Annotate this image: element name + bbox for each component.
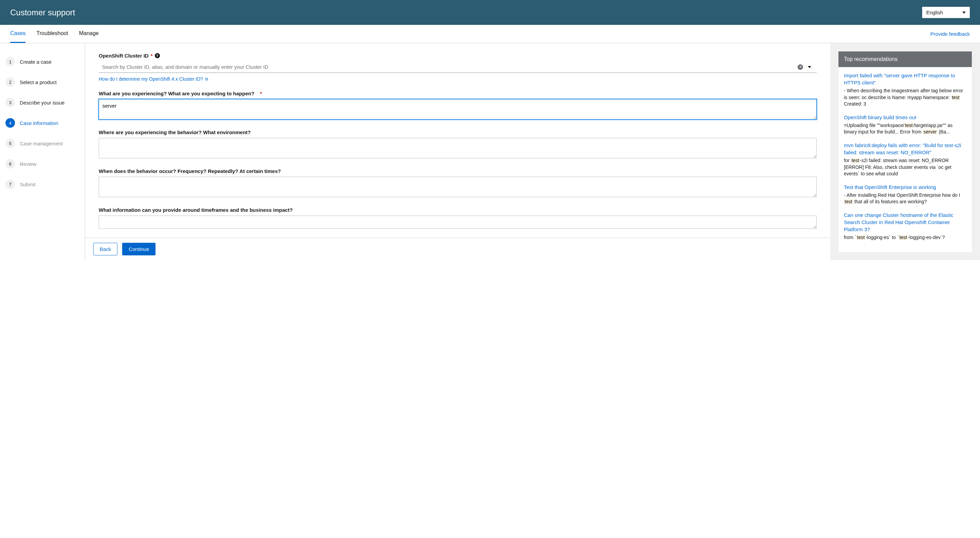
step-review: 6 Review [5,153,79,174]
chevron-down-icon[interactable] [808,66,811,68]
recommendation-snippet: for test-s2i failed: stream was reset: N… [844,157,966,177]
page-title: Customer support [10,8,75,18]
step-label: Case management [20,140,63,147]
step-label: Submit [20,182,36,187]
step-number: 5 [5,139,15,148]
clear-icon[interactable]: ✕ [798,64,803,70]
when-label: When does the behavior occur? Frequency?… [99,168,817,174]
tab-cases[interactable]: Cases [10,25,25,43]
step-label: Case information [20,120,58,126]
tabs-bar: Cases Troubleshoot Manage Provide feedba… [0,25,980,43]
cluster-label: OpenShift Cluster ID * ? [99,53,817,59]
language-selector[interactable]: English [922,7,970,18]
tab-manage[interactable]: Manage [79,25,99,43]
experiencing-field: What are you experiencing? What are you … [99,91,817,121]
feedback-link[interactable]: Provide feedback [930,31,970,37]
experiencing-label: What are you experiencing? What are you … [99,91,817,96]
back-button[interactable]: Back [93,243,118,255]
tabs-list: Cases Troubleshoot Manage [10,25,99,43]
step-number: 7 [5,179,15,189]
cluster-combobox[interactable]: ✕ [99,61,817,73]
recommendation-snippet: - After installing Red Hat OpenShift Ent… [844,192,966,205]
chevron-down-icon [962,11,966,14]
where-field: Where are you experiencing the behavior?… [99,129,817,160]
step-describe[interactable]: 3 Describe your issue [5,92,79,113]
step-management: 5 Case management [5,133,79,153]
recommendation-title[interactable]: mvn fabric8:deploy fails with error: "Bu… [844,142,966,156]
language-label: English [926,10,943,15]
step-create[interactable]: 1 Create a case [5,51,79,72]
recommendation-item: OpenShift binary build times out=Uploadi… [844,114,966,136]
recommendation-item: Test that OpenShift Enterprise is workin… [844,184,966,205]
recommendations-panel: Top recommendations Import failed with "… [830,43,980,260]
recommendations-list: Import failed with "server gave HTTP res… [838,67,972,252]
footer-buttons: Back Continue [85,238,830,260]
recommendation-snippet: - When describing the imagestream after … [844,88,966,108]
recommendation-item: Can one change Cluster hostname of the E… [844,211,966,241]
cluster-field: OpenShift Cluster ID * ? ✕ How do I dete… [99,53,817,82]
wizard-sidebar: 1 Create a case 2 Select a product 3 Des… [0,43,85,260]
step-label: Create a case [20,59,51,65]
step-case-info[interactable]: 4 Case information [5,113,79,133]
step-label: Review [20,161,37,167]
recommendation-title[interactable]: Import failed with "server gave HTTP res… [844,72,966,86]
where-label: Where are you experiencing the behavior?… [99,129,817,135]
step-number: 4 [5,118,15,128]
label-text: OpenShift Cluster ID [99,53,149,59]
step-submit: 7 Submit [5,174,79,195]
recommendation-snippet: =Uploading file ""workspace/test/target/… [844,122,966,136]
form-main: OpenShift Cluster ID * ? ✕ How do I dete… [85,43,830,260]
timeframe-textarea[interactable] [99,216,817,229]
recommendation-item: mvn fabric8:deploy fails with error: "Bu… [844,142,966,177]
cluster-input[interactable] [102,64,795,70]
step-product[interactable]: 2 Select a product [5,72,79,92]
recommendations-header: Top recommendations [838,51,972,67]
recommendation-item: Import failed with "server gave HTTP res… [844,72,966,108]
timeframe-field: What information can you provide around … [99,207,817,230]
experiencing-textarea[interactable] [99,99,817,120]
where-textarea[interactable] [99,138,817,158]
required-star: * [260,91,262,96]
recommendation-title[interactable]: Can one change Cluster hostname of the E… [844,211,966,233]
help-icon[interactable]: ? [155,53,160,58]
recommendation-snippet: from `test-logging-es` to `test-logging-… [844,234,966,241]
recommendation-title[interactable]: OpenShift binary build times out [844,114,966,121]
tab-troubleshoot[interactable]: Troubleshoot [37,25,68,43]
continue-button[interactable]: Continue [122,243,156,255]
step-label: Select a product [20,79,56,85]
when-field: When does the behavior occur? Frequency?… [99,168,817,198]
timeframe-label: What information can you provide around … [99,207,817,213]
step-number: 6 [5,159,15,169]
cluster-help-link[interactable]: How do I determine my OpenShift 4.x Clus… [99,76,208,82]
step-number: 3 [5,98,15,107]
required-star: * [151,53,153,59]
step-number: 1 [5,57,15,66]
recommendation-title[interactable]: Test that OpenShift Enterprise is workin… [844,184,966,191]
when-textarea[interactable] [99,177,817,197]
label-text: What are you experiencing? What are you … [99,91,255,96]
step-number: 2 [5,77,15,87]
help-link-text: How do I determine my OpenShift 4.x Clus… [99,76,203,82]
step-label: Describe your issue [20,100,65,105]
page-header: Customer support English [0,0,980,25]
external-link-icon: ⧉ [205,77,208,81]
